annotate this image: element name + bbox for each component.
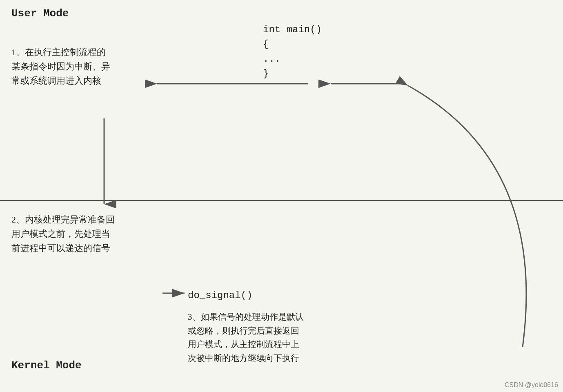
- code-block: int main() { ... }: [263, 22, 322, 81]
- do-signal-label: do_signal(): [188, 290, 252, 301]
- text-box-1: 1、在执行主控制流程的某条指令时因为中断、异常或系统调用进入内核: [11, 45, 158, 88]
- user-mode-label: User Mode: [11, 7, 69, 20]
- text-box-2: 2、内核处理完异常准备回用户模式之前，先处理当前进程中可以递达的信号: [11, 212, 162, 256]
- kernel-mode-label: Kernel Mode: [11, 359, 82, 372]
- code-line-2: {: [263, 37, 322, 52]
- code-line-1: int main(): [263, 22, 322, 37]
- code-line-3: ...: [263, 52, 322, 67]
- code-line-4: }: [263, 67, 322, 81]
- text-box-3: 3、如果信号的处理动作是默认或忽略，则执行完后直接返回用户模式，从主控制流程中上…: [188, 310, 465, 365]
- mode-divider: [0, 200, 563, 201]
- diagram-container: User Mode Kernel Mode int main() { ... }…: [0, 0, 563, 392]
- watermark: CSDN @yolo0616: [505, 381, 558, 389]
